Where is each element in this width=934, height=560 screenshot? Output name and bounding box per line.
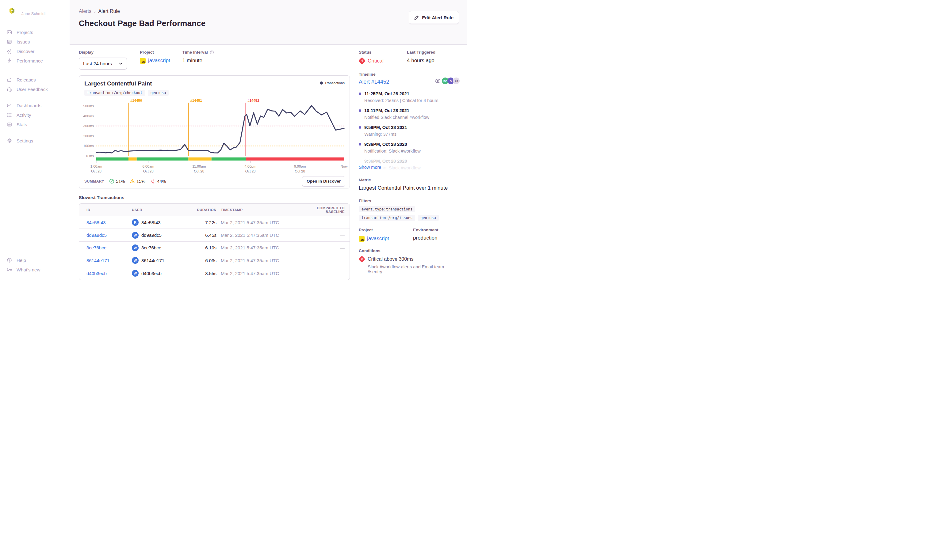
status-label: Status — [359, 50, 407, 55]
flame-icon — [150, 178, 156, 184]
environment-value: production — [413, 235, 438, 241]
sidebar-item-performance[interactable]: Performance — [0, 56, 69, 66]
sidebar-item-label: Activity — [17, 112, 31, 118]
edit-alert-rule-button[interactable]: Edit Alert Rule — [409, 11, 459, 24]
filters-label: Filters — [359, 198, 460, 203]
sidebar-item-activity[interactable]: Activity — [0, 110, 69, 120]
interval-label: Time Interval — [182, 50, 208, 55]
critical-diamond-icon — [359, 58, 365, 64]
table-row[interactable]: 86144e171 W86144e171 6.03s Mar 2, 2021 5… — [79, 254, 350, 267]
alert-id-link[interactable]: Alert #14452 — [359, 79, 389, 85]
user-avatar: W — [132, 257, 139, 264]
lcp-chart: 0 ms100ms200ms300ms400ms500ms#14450#1445… — [79, 97, 350, 174]
breadcrumb: Alerts › Alert Rule — [79, 9, 459, 14]
page-title: Checkout Page Bad Performance — [79, 19, 459, 28]
transaction-id-link[interactable]: dd9a9dc5 — [86, 232, 107, 238]
condition-title: Critical above 300ms — [367, 256, 413, 262]
duration-cell: 6.10s — [189, 245, 221, 250]
transaction-id-link[interactable]: 86144e171 — [86, 258, 110, 263]
org-user-name: Jane Schmidt — [22, 11, 55, 16]
metric-block: Metric Largest Contentful Paint over 1 m… — [359, 178, 460, 191]
user-avatar: W — [132, 232, 139, 238]
sidebar-item-user-feedback[interactable]: User Feedback — [0, 85, 69, 94]
transaction-id-link[interactable]: d40b3ecb — [86, 271, 107, 276]
baseline-cell: — — [298, 220, 345, 225]
open-in-discover-button[interactable]: Open in Discover — [302, 176, 345, 186]
sidebar-item-discover[interactable]: Discover — [0, 46, 69, 56]
metric-label: Metric — [359, 178, 460, 182]
sidebar-item-whats-new[interactable]: What’s new — [0, 265, 69, 274]
sidebar-item-releases[interactable]: Releases — [0, 75, 69, 85]
org-name: Empower Plant — [22, 5, 55, 11]
project-label: Project — [140, 50, 170, 55]
sidebar-item-dashboards[interactable]: Dashboards — [0, 101, 69, 110]
sidebar-item-projects[interactable]: Projects — [0, 28, 69, 37]
chart-tag-transaction: transaction:/org/checkout — [84, 90, 145, 96]
warning-triangle-icon — [130, 178, 135, 184]
baseline-cell: — — [298, 258, 345, 263]
timestamp-cell: Mar 2, 2021 5:47:35am UTC — [221, 271, 298, 276]
page-header: Alerts › Alert Rule Checkout Page Bad Pe… — [69, 0, 467, 45]
project-control: Project JS javascript — [140, 50, 170, 69]
svg-text:Oct 28: Oct 28 — [143, 169, 154, 173]
svg-text:9:00pm: 9:00pm — [294, 165, 306, 168]
sidebar-item-stats[interactable]: Stats — [0, 120, 69, 129]
alerts-icon — [7, 68, 12, 73]
gear-icon — [7, 138, 12, 143]
user-feedback-icon — [7, 87, 12, 92]
svg-text:#14450: #14450 — [130, 98, 142, 102]
project-link[interactable]: javascript — [148, 58, 170, 64]
status-block: Status Critical — [359, 50, 407, 64]
lcp-chart-card: Largest Contentful Paint transaction:/or… — [79, 75, 350, 188]
baseline-cell: — — [298, 245, 345, 250]
filter-chip: event.type:transactions — [359, 206, 415, 212]
summary-label: SUMMARY — [84, 179, 104, 183]
baseline-cell: — — [298, 271, 345, 276]
col-baseline: COMPARED TO BASELINE — [298, 206, 345, 214]
sidebar-item-label: Dashboards — [17, 103, 42, 108]
show-more-link[interactable]: Show more — [359, 165, 391, 170]
filter-chip: geo:usa — [418, 215, 439, 221]
legend-dot-icon — [320, 82, 323, 85]
breadcrumb-alerts-link[interactable]: Alerts — [79, 9, 91, 14]
table-row[interactable]: dd9a9dc5 Wdd9a9dc5 6.45s Mar 2, 2021 5:4… — [79, 229, 350, 242]
table-row[interactable]: d40b3ecb Wd40b3ecb 3.55s Mar 2, 2021 5:4… — [79, 267, 350, 280]
condition-description: Slack #workflow-alerts and Email team #s… — [359, 265, 460, 274]
filters-block: Filters event.type:transactions transact… — [359, 198, 460, 221]
table-row[interactable]: 84e58f43 R84e58f43 7.22s Mar 2, 2021 5:4… — [79, 216, 350, 229]
help-circle-icon[interactable] — [210, 50, 214, 55]
avatar-overflow-count: +3 — [453, 77, 460, 84]
svg-text:Oct 28: Oct 28 — [245, 169, 256, 173]
chevron-right-icon: › — [94, 9, 96, 14]
sidebar-item-alerts[interactable]: Alerts — [0, 66, 69, 75]
chart-tag-geo: geo:usa — [148, 90, 169, 96]
legend-transactions[interactable]: Transactions — [320, 81, 345, 85]
slowest-transactions-table: ID USER DURATION TIMESTAMP COMPARED TO B… — [79, 203, 350, 280]
dashboards-icon — [7, 103, 12, 108]
table-row[interactable]: 3ce76bce W3ce76bce 6.10s Mar 2, 2021 5:4… — [79, 242, 350, 254]
sidebar-item-label: Discover — [17, 49, 34, 54]
discover-icon — [7, 49, 12, 54]
transaction-id-link[interactable]: 84e58f43 — [86, 220, 106, 225]
timeline-event: 9:58PM, Oct 28 2021 Warning: 377ms — [359, 125, 460, 137]
timestamp-cell: Mar 2, 2021 5:47:35am UTC — [221, 245, 298, 250]
display-select[interactable]: Last 24 hours — [79, 58, 127, 69]
main-area: Alerts › Alert Rule Checkout Page Bad Pe… — [69, 0, 467, 280]
detail-project-link[interactable]: javascript — [367, 235, 389, 242]
conditions-block: Conditions Critical above 300ms Slack #w… — [359, 248, 460, 274]
javascript-platform-icon: JS — [140, 58, 146, 64]
duration-cell: 3.55s — [189, 271, 221, 276]
sidebar-item-issues[interactable]: Issues — [0, 37, 69, 46]
sidebar-item-settings[interactable]: Settings — [0, 136, 69, 146]
transaction-id-link[interactable]: 3ce76bce — [86, 245, 107, 250]
svg-text:200ms: 200ms — [83, 134, 94, 138]
svg-text:400ms: 400ms — [83, 114, 94, 118]
table-header-row: ID USER DURATION TIMESTAMP COMPARED TO B… — [79, 204, 350, 216]
duration-cell: 6.03s — [189, 258, 221, 263]
col-id: ID — [86, 208, 132, 212]
summary-warning: 15% — [130, 178, 145, 184]
sidebar-item-help[interactable]: Help — [0, 255, 69, 265]
timeline-event: 10:11PM, Oct 28 2021 Notified Slack chan… — [359, 108, 460, 120]
chart-title: Largest Contentful Paint — [84, 80, 345, 87]
org-switcher[interactable]: Empower Plant Jane Schmidt — [0, 0, 69, 17]
